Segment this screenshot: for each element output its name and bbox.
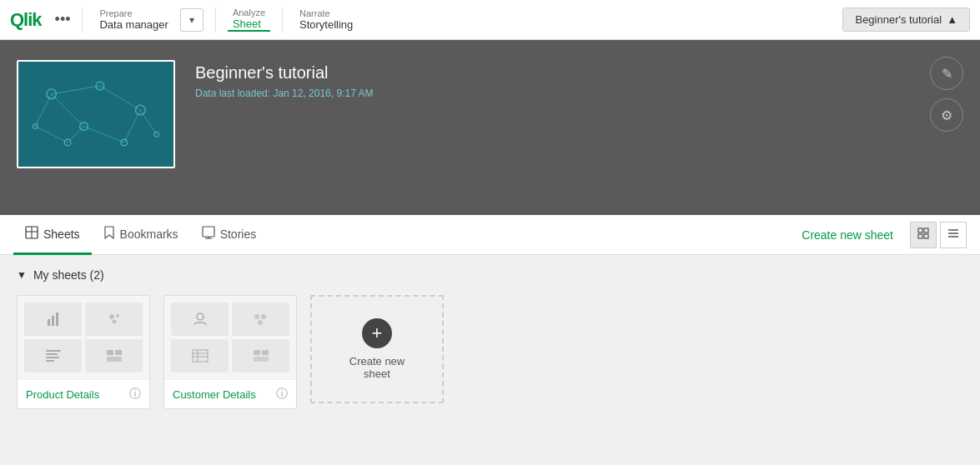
section-toggle-icon[interactable]: ▼ — [17, 269, 27, 281]
svg-point-33 — [109, 314, 114, 319]
prepare-dropdown-button[interactable]: ▾ — [180, 8, 204, 32]
svg-line-10 — [124, 110, 140, 142]
settings-button[interactable]: ⚙ — [930, 98, 963, 132]
svg-rect-23 — [918, 228, 922, 232]
sheets-grid: Product Details ⓘ — [17, 295, 963, 409]
narrate-nav-bottom: Storytelling — [299, 18, 353, 31]
logo-text: Qlik — [10, 9, 42, 31]
svg-rect-32 — [56, 312, 58, 326]
qlik-logo[interactable]: Qlik — [10, 9, 42, 31]
list-view-button[interactable] — [940, 222, 967, 248]
gear-icon: ⚙ — [941, 108, 952, 123]
sheet-card-footer-product: Product Details ⓘ — [18, 379, 149, 408]
create-new-plus-icon: + — [362, 318, 392, 348]
prepare-nav-top: Prepare — [99, 8, 132, 18]
hero-info: Beginner's tutorial Data last loaded: Ja… — [195, 60, 373, 99]
svg-rect-25 — [918, 234, 922, 238]
bookmarks-tab-label: Bookmarks — [120, 228, 178, 241]
svg-rect-26 — [924, 234, 928, 238]
preview-icon-2 — [85, 302, 143, 336]
data-last-loaded: Data last loaded: Jan 12, 2016, 9:17 AM — [195, 88, 373, 99]
hero-section: Beginner's tutorial Data last loaded: Ja… — [0, 40, 980, 215]
svg-line-12 — [83, 127, 123, 142]
preview-customer-icon-4 — [232, 339, 289, 372]
svg-rect-41 — [115, 350, 122, 355]
preview-customer-icon-3 — [171, 339, 229, 372]
svg-rect-39 — [46, 360, 54, 362]
svg-rect-42 — [107, 357, 122, 362]
svg-point-43 — [197, 313, 204, 320]
top-navigation: Qlik ••• Prepare Data manager ▾ Analyze … — [0, 0, 980, 40]
sheets-tab-label: Sheets — [43, 228, 80, 241]
svg-line-14 — [140, 110, 156, 134]
tutorial-button-label: Beginner's tutorial — [855, 13, 942, 26]
sheet-preview-product — [18, 296, 149, 379]
svg-line-11 — [52, 94, 84, 127]
nav-dots-button[interactable]: ••• — [55, 11, 71, 28]
content-area: ▼ My sheets (2) — [0, 255, 980, 465]
svg-rect-31 — [52, 316, 54, 326]
dropdown-chevron-icon: ▾ — [189, 14, 194, 26]
tab-stories[interactable]: Stories — [190, 216, 269, 255]
grid-view-icon — [917, 228, 929, 242]
tab-sheets[interactable]: Sheets — [13, 216, 92, 255]
my-sheets-label: My sheets (2) — [33, 268, 104, 282]
list-view-icon — [947, 228, 959, 242]
bookmarks-tab-icon — [103, 226, 115, 242]
tutorial-button[interactable]: Beginner's tutorial ▲ — [842, 8, 970, 32]
svg-rect-20 — [203, 227, 214, 237]
svg-line-9 — [100, 86, 140, 110]
sheet-card-product-details[interactable]: Product Details ⓘ — [17, 295, 150, 409]
preview-icon-3 — [24, 339, 82, 372]
sheet-preview-customer — [164, 296, 296, 379]
analyze-nav-section[interactable]: Analyze Sheet — [228, 8, 270, 32]
sheets-tab-icon — [25, 226, 38, 242]
create-new-sheet-header-button[interactable]: Create new sheet — [793, 228, 902, 242]
create-new-sheet-label: Create newsheet — [349, 355, 405, 380]
app-title: Beginner's tutorial — [195, 63, 373, 82]
svg-line-15 — [35, 94, 51, 127]
sheet-card-footer-customer: Customer Details ⓘ — [164, 379, 296, 408]
tab-bar: Sheets Bookmarks Stories Create new shee… — [0, 215, 980, 255]
create-new-sheet-card[interactable]: + Create newsheet — [310, 295, 444, 403]
svg-point-6 — [154, 132, 159, 137]
analyze-nav-bottom: Sheet — [233, 18, 261, 30]
svg-point-35 — [112, 320, 116, 324]
view-toggle-buttons — [910, 222, 967, 248]
hero-actions: ✎ ⚙ — [930, 57, 963, 132]
svg-point-46 — [258, 320, 263, 325]
tab-bookmarks[interactable]: Bookmarks — [92, 216, 190, 255]
prepare-nav-section[interactable]: Prepare Data manager — [94, 8, 173, 31]
product-details-title: Product Details — [26, 388, 99, 401]
product-info-icon[interactable]: ⓘ — [129, 387, 141, 402]
grid-view-button[interactable] — [910, 222, 937, 248]
svg-rect-47 — [193, 350, 208, 362]
svg-rect-52 — [262, 350, 269, 355]
customer-details-title: Customer Details — [173, 388, 256, 401]
svg-rect-53 — [254, 357, 269, 362]
stories-tab-label: Stories — [220, 228, 257, 241]
nav-divider — [82, 8, 83, 32]
tutorial-chevron-up-icon: ▲ — [947, 13, 957, 26]
svg-line-16 — [35, 127, 68, 142]
svg-rect-51 — [254, 350, 260, 355]
svg-point-45 — [261, 314, 266, 319]
prepare-nav-bottom: Data manager — [99, 18, 168, 31]
nav-divider-3 — [282, 8, 283, 32]
analyze-nav-top: Analyze — [233, 8, 265, 18]
svg-line-13 — [68, 127, 83, 142]
sheet-card-customer-details[interactable]: Customer Details ⓘ — [163, 295, 297, 409]
svg-rect-36 — [46, 350, 61, 352]
app-thumbnail — [17, 60, 175, 168]
svg-point-44 — [254, 314, 259, 319]
my-sheets-section-header: ▼ My sheets (2) — [17, 268, 963, 282]
svg-rect-30 — [48, 319, 50, 326]
edit-button[interactable]: ✎ — [930, 57, 963, 90]
stories-tab-icon — [202, 226, 215, 242]
svg-rect-40 — [107, 350, 113, 355]
narrate-nav-section[interactable]: Narrate Storytelling — [294, 8, 358, 31]
customer-info-icon[interactable]: ⓘ — [276, 387, 288, 402]
preview-customer-icon-2 — [232, 302, 289, 336]
svg-point-34 — [116, 314, 119, 318]
pencil-icon: ✎ — [942, 66, 952, 82]
